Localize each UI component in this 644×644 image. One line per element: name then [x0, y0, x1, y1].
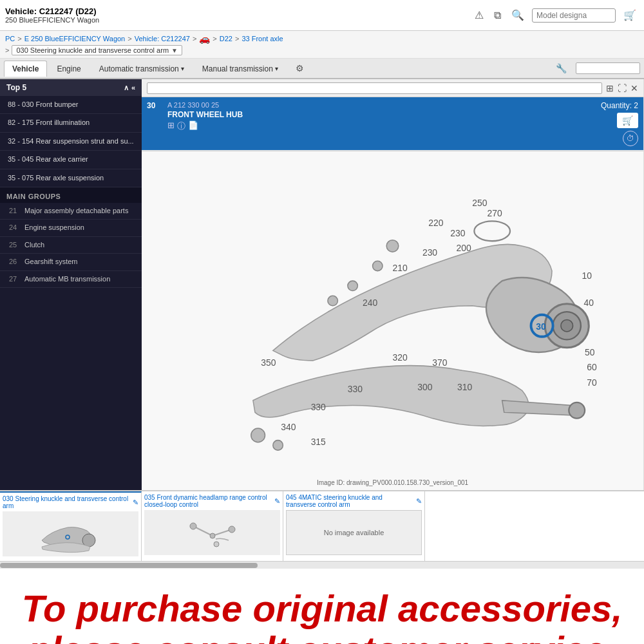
- warning-icon[interactable]: ⚠: [472, 8, 486, 23]
- chevron-down-icon-auto: ▾: [181, 65, 184, 72]
- sidebar-group-item-25[interactable]: 25 Clutch: [0, 237, 142, 254]
- part-quantity: Quantity: 2: [601, 101, 638, 110]
- header-icons: ⚠ ⧉ 🔍 🛒: [472, 8, 639, 23]
- close-panel-icon[interactable]: ✕: [630, 83, 638, 93]
- watermark: To purchase original accessories, please…: [0, 569, 644, 644]
- bc-pc[interactable]: PC: [5, 35, 15, 43]
- vehicle-subtitle: 250 BlueEFFICIENCY Wagon: [5, 16, 99, 24]
- sidebar-group-item-24[interactable]: 24 Engine suspension: [0, 220, 142, 236]
- bc-selected-label: 030 Steering knuckle and transverse cont…: [16, 46, 169, 54]
- model-search-input[interactable]: [532, 8, 616, 23]
- thumbnail-strip: 030 Steering knuckle and transverse cont…: [0, 490, 644, 561]
- sidebar-group-item-26[interactable]: 26 Gearshift system: [0, 254, 142, 270]
- doc-icon-part[interactable]: 📄: [188, 120, 198, 132]
- sidebar-group-item-21[interactable]: 21 Major assembly detachable parts: [0, 203, 142, 220]
- thumbnail-item-030[interactable]: 030 Steering knuckle and transverse cont…: [0, 491, 142, 561]
- sidebar-collapse-icons[interactable]: ∧ «: [124, 84, 135, 92]
- svg-text:350: 350: [261, 357, 276, 368]
- thumb-label-030: 030 Steering knuckle and transverse cont…: [3, 495, 138, 509]
- bc-selected-item[interactable]: 030 Steering knuckle and transverse cont…: [12, 45, 182, 55]
- search-icon-header[interactable]: 🔍: [509, 8, 527, 23]
- bc-flag-icon: 🚗: [199, 33, 210, 44]
- copy-icon[interactable]: ⧉: [491, 8, 504, 23]
- sidebar-group-label: Gearshift system: [24, 257, 78, 267]
- thumbnail-item-035[interactable]: 035 Front dynamic headlamp range control…: [142, 491, 283, 561]
- tab-engine[interactable]: Engine: [48, 61, 89, 77]
- tab-automatic[interactable]: Automatic transmission ▾: [91, 61, 193, 77]
- svg-text:330: 330: [311, 402, 326, 412]
- grid-view-icon[interactable]: ⊞: [606, 83, 614, 93]
- sidebar-group-item-27[interactable]: 27 Automatic MB transmission: [0, 271, 142, 288]
- breadcrumb-row1: PC > E 250 BlueEFFICIENCY Wagon > Vehicl…: [5, 33, 639, 44]
- horizontal-scrollbar[interactable]: [0, 561, 644, 569]
- fullscreen-icon[interactable]: ⛶: [618, 83, 627, 93]
- nav-search-input[interactable]: [576, 62, 640, 74]
- watermark-line1: To purchase original accessories,: [6, 588, 638, 629]
- top-header: Vehicle: C212247 (D22) 250 BlueEFFICIENC…: [0, 0, 644, 31]
- svg-text:250: 250: [472, 198, 487, 208]
- sidebar-item-label: 35 - 075 Rear axle suspension: [8, 174, 104, 182]
- sidebar-group-label: Clutch: [24, 240, 44, 250]
- part-name: FRONT WHEEL HUB: [167, 110, 596, 119]
- bike-icon-tab[interactable]: 🔧: [553, 62, 569, 75]
- part-row-30[interactable]: 30 A 212 330 00 25 FRONT WHEEL HUB ⊞ ⓘ 📄…: [142, 97, 643, 151]
- info-icon-part[interactable]: ⓘ: [177, 120, 185, 132]
- thumb-img-045: No image available: [286, 510, 422, 555]
- svg-point-9: [569, 402, 585, 419]
- add-to-cart-button[interactable]: 🛒: [617, 113, 638, 128]
- svg-text:200: 200: [457, 243, 471, 253]
- svg-text:10: 10: [582, 270, 592, 281]
- bc-vehicle-model[interactable]: E 250 BlueEFFICIENCY Wagon: [24, 35, 126, 43]
- tab-vehicle[interactable]: Vehicle: [4, 61, 47, 77]
- svg-point-11: [273, 440, 283, 450]
- top5-label: Top 5: [6, 83, 26, 92]
- bc-vehicle-id[interactable]: Vehicle: C212247: [135, 35, 190, 43]
- svg-text:370: 370: [432, 357, 447, 368]
- sidebar-group-label: Engine suspension: [24, 223, 84, 232]
- timer-icon[interactable]: ⏱: [623, 131, 638, 146]
- tab-manual[interactable]: Manual transmission ▾: [194, 61, 287, 77]
- sidebar-item-rear-suspension-strut[interactable]: 32 - 154 Rear suspension strut and su...: [0, 133, 142, 151]
- svg-point-8: [328, 296, 337, 305]
- chevron-down-icon-manual: ▾: [275, 65, 278, 72]
- chevron-up-icon[interactable]: ∧: [124, 84, 129, 92]
- scrollbar-thumb[interactable]: [0, 563, 258, 568]
- edit-icon-thumb2: ✎: [416, 497, 422, 506]
- svg-point-5: [386, 240, 399, 252]
- diagram-image-id: Image ID: drawing_PV000.010.158.730_vers…: [317, 479, 468, 486]
- part-details: A 212 330 00 25 FRONT WHEEL HUB ⊞ ⓘ 📄: [167, 101, 596, 132]
- thumb-img-030: [3, 511, 138, 556]
- bc-d22[interactable]: D22: [220, 35, 232, 43]
- main-area: Top 5 ∧ « 88 - 030 Front bumper 82 - 175…: [0, 79, 644, 490]
- nav-tabs: Vehicle Engine Automatic transmission ▾ …: [0, 59, 644, 79]
- sidebar-item-rear-axle-suspension[interactable]: 35 - 075 Rear axle suspension: [0, 169, 142, 187]
- sidebar-item-front-illumination[interactable]: 82 - 175 Front illumination: [0, 114, 142, 132]
- thumbnail-item-045[interactable]: 045 4MATIC steering knuckle and transver…: [283, 491, 425, 561]
- sidebar-item-label: 35 - 045 Rear axle carrier: [8, 155, 88, 163]
- double-chevron-icon[interactable]: «: [131, 84, 135, 92]
- sidebar: Top 5 ∧ « 88 - 030 Front bumper 82 - 175…: [0, 79, 142, 490]
- edit-icon-thumb1: ✎: [274, 497, 280, 506]
- bc-front-axle[interactable]: 33 Front axle: [242, 35, 283, 43]
- sidebar-group-label: Major assembly detachable parts: [24, 206, 128, 216]
- svg-text:270: 270: [487, 208, 502, 218]
- svg-text:300: 300: [417, 382, 432, 392]
- cart-icon-header[interactable]: 🛒: [621, 8, 639, 23]
- part-action-icons: ⊞ ⓘ 📄: [167, 120, 596, 132]
- thumb-svg-030: [39, 515, 103, 553]
- sidebar-item-front-bumper[interactable]: 88 - 030 Front bumper: [0, 96, 142, 114]
- grid-icon-part[interactable]: ⊞: [167, 120, 175, 132]
- thumb-label-045: 045 4MATIC steering knuckle and transver…: [286, 494, 422, 508]
- svg-point-10: [251, 428, 265, 442]
- parts-list: 30 A 212 330 00 25 FRONT WHEEL HUB ⊞ ⓘ 📄…: [142, 97, 643, 151]
- svg-text:230: 230: [450, 228, 465, 238]
- part-code: A 212 330 00 25: [167, 101, 596, 109]
- settings-icon-tab[interactable]: ⚙: [293, 62, 307, 75]
- watermark-line2: please consult customer service.: [6, 629, 638, 644]
- sidebar-item-label: 32 - 154 Rear suspension strut and su...: [8, 137, 134, 145]
- svg-point-4: [561, 319, 573, 332]
- part-number: 30: [147, 101, 162, 110]
- sidebar-item-rear-axle-carrier[interactable]: 35 - 045 Rear axle carrier: [0, 151, 142, 169]
- vehicle-title: Vehicle: C212247 (D22): [5, 6, 99, 16]
- parts-search-input[interactable]: [147, 82, 602, 94]
